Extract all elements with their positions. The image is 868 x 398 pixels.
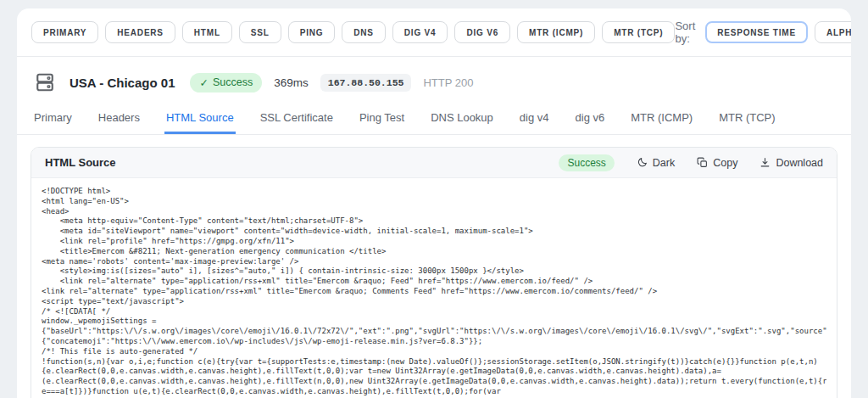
status-badge: ✓Success: [190, 73, 262, 92]
code-line: {e.clearRect(0,0,e.canvas.width,e.canvas…: [42, 367, 826, 377]
server-name: USA - Chicago 01: [70, 76, 175, 90]
code-line: !function(s,n){var o,i,e;function c(e){t…: [42, 357, 826, 367]
main-panel: PRIMARY HEADERS HTML SSL PING DNS DIG V4…: [17, 8, 851, 398]
code-line: (e.clearRect(0,0,e.canvas.width,e.canvas…: [42, 377, 826, 387]
copy-button[interactable]: Copy: [697, 157, 737, 169]
code-line: <link rel="alternate" type="application/…: [42, 277, 826, 287]
code-line: e===a[t]})}function u(e,t){e.clearRect(0…: [42, 387, 826, 397]
tab-mtr-icmp[interactable]: MTR (ICMP): [629, 106, 694, 134]
tab-primary[interactable]: Primary: [32, 106, 74, 134]
filter-button-ssl[interactable]: SSL: [239, 21, 281, 43]
card-actions: Success Dark: [559, 154, 823, 171]
status-badge-label: Success: [213, 76, 253, 88]
download-label: Download: [776, 157, 823, 169]
code-line: <head>: [42, 207, 826, 217]
tab-headers[interactable]: Headers: [97, 106, 142, 134]
dark-mode-label: Dark: [653, 157, 675, 169]
tab-dig-v4[interactable]: dig v4: [518, 106, 551, 134]
code-line: window._wpemojiSettings =: [42, 317, 826, 327]
filter-button-dns[interactable]: DNS: [342, 21, 386, 43]
copy-label: Copy: [713, 157, 737, 169]
sort-alphabetical-button[interactable]: ALPHABETICAL: [815, 21, 851, 43]
filter-button-ping[interactable]: PING: [288, 21, 336, 43]
code-line: /*! This file is auto-generated */: [42, 347, 826, 357]
code-line: <!DOCTYPE html>: [42, 187, 826, 197]
server-summary-row: USA - Chicago 01 ✓Success 369ms 167.88.5…: [17, 57, 851, 106]
copy-icon: [697, 157, 708, 168]
code-line: <meta name='robots' content='max-image-p…: [42, 257, 826, 267]
filter-button-headers[interactable]: HEADERS: [105, 21, 175, 43]
filter-button-html[interactable]: HTML: [182, 21, 232, 43]
download-button[interactable]: Download: [760, 157, 823, 169]
sort-group: Sort by: RESPONSE TIME ALPHABETICAL: [675, 20, 851, 45]
tab-ssl-certificate[interactable]: SSL Certificate: [259, 106, 335, 134]
card-title: HTML Source: [45, 156, 116, 169]
code-line: <link rel="alternate" type="application/…: [42, 287, 826, 297]
code-line: {"baseUrl":"https:\/\/s.w.org\/images\/c…: [42, 327, 826, 337]
tab-dig-v6[interactable]: dig v6: [574, 106, 607, 134]
card-status-badge: Success: [559, 154, 614, 171]
code-viewer[interactable]: <!DOCTYPE html> <html lang="en-US"> <hea…: [31, 178, 837, 398]
filter-button-dig-v4[interactable]: DIG V4: [392, 21, 448, 43]
code-line: /* <![CDATA[ */: [42, 307, 826, 317]
code-line: <meta id="siteViewport" name="viewport" …: [42, 227, 826, 237]
code-line: <html lang="en-US">: [42, 197, 826, 207]
code-line: <link rel="profile" href="https://gmpg.o…: [42, 237, 826, 247]
code-line: <title>Emercom &#8211; Next-generation e…: [42, 247, 826, 257]
moon-icon: [637, 157, 648, 168]
server-icon: [32, 70, 58, 95]
check-icon: ✓: [199, 76, 208, 89]
html-source-card-header: HTML Source Success Dark: [31, 148, 837, 178]
tab-html-source[interactable]: HTML Source: [164, 106, 236, 134]
code-line: <style>img:is([sizes="auto" i], [sizes^=…: [42, 266, 826, 277]
filter-bar: PRIMARY HEADERS HTML SSL PING DNS DIG V4…: [17, 8, 851, 57]
download-icon: [760, 157, 771, 168]
dark-mode-button[interactable]: Dark: [637, 157, 675, 169]
filter-group: PRIMARY HEADERS HTML SSL PING DNS DIG V4…: [31, 21, 675, 43]
code-line: {"concatemoji":"https:\/\/www.emercom.io…: [42, 337, 826, 347]
code-line: <script type="text/javascript">: [42, 297, 826, 307]
ip-address-badge: 167.88.50.155: [320, 74, 412, 92]
filter-button-primary[interactable]: PRIMARY: [31, 21, 98, 43]
result-tabs: Primary Headers HTML Source SSL Certific…: [17, 106, 851, 135]
sort-response-time-button[interactable]: RESPONSE TIME: [705, 21, 808, 43]
filter-button-mtr-icmp[interactable]: MTR (ICMP): [517, 21, 595, 43]
response-time: 369ms: [274, 76, 309, 89]
sort-by-label: Sort by:: [675, 20, 695, 45]
tab-mtr-tcp[interactable]: MTR (TCP): [717, 106, 776, 134]
tab-dns-lookup[interactable]: DNS Lookup: [429, 106, 495, 134]
code-line: <meta http-equiv="Content-Type" content=…: [42, 216, 826, 227]
html-source-card: HTML Source Success Dark: [31, 147, 837, 398]
http-status: HTTP 200: [423, 76, 473, 89]
filter-button-mtr-tcp[interactable]: MTR (TCP): [602, 21, 675, 43]
filter-button-dig-v6[interactable]: DIG V6: [454, 21, 510, 43]
tab-ping-test[interactable]: Ping Test: [358, 106, 406, 134]
